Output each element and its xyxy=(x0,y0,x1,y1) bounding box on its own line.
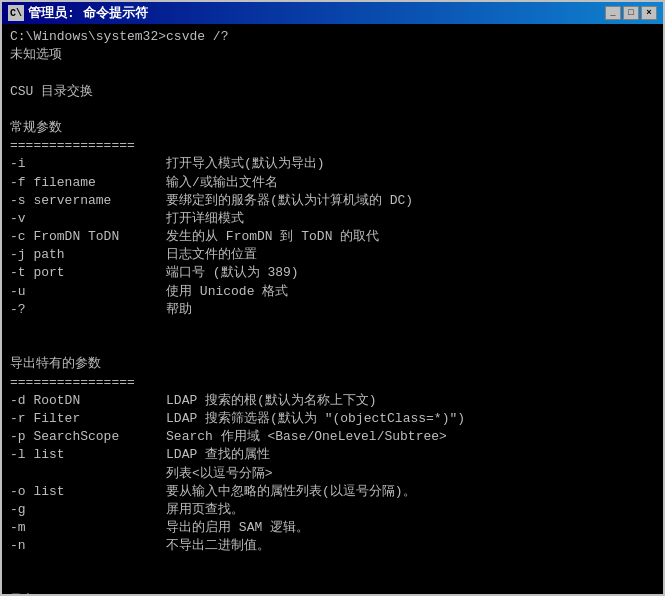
window-title: 管理员: 命令提示符 xyxy=(28,4,148,22)
terminal-line: -s servername 要绑定到的服务器(默认为计算机域的 DC) xyxy=(10,192,655,210)
terminal-line: 未知选项 xyxy=(10,46,655,64)
terminal-line: -r Filter LDAP 搜索筛选器(默认为 "(objectClass=*… xyxy=(10,410,655,428)
terminal-line: -j path 日志文件的位置 xyxy=(10,246,655,264)
cmd-window: C\ 管理员: 命令提示符 _ □ × C:\Windows\system32>… xyxy=(0,0,665,596)
title-bar: C\ 管理员: 命令提示符 _ □ × xyxy=(2,2,663,24)
terminal-line: -c FromDN ToDN 发生的从 FromDN 到 ToDN 的取代 xyxy=(10,228,655,246)
terminal-line: -m 导出的启用 SAM 逻辑。 xyxy=(10,519,655,537)
minimize-button[interactable]: _ xyxy=(605,6,621,20)
terminal-line: C:\Windows\system32>csvde /? xyxy=(10,28,655,46)
terminal-line: -o list 要从输入中忽略的属性列表(以逗号分隔)。 xyxy=(10,483,655,501)
title-bar-left: C\ 管理员: 命令提示符 xyxy=(8,4,148,22)
terminal-line: -p SearchScope Search 作用域 <Base/OneLevel… xyxy=(10,428,655,446)
terminal-line xyxy=(10,337,655,355)
terminal-line: ================ xyxy=(10,374,655,392)
close-button[interactable]: × xyxy=(641,6,657,20)
terminal-line xyxy=(10,319,655,337)
terminal-line xyxy=(10,64,655,82)
title-bar-buttons: _ □ × xyxy=(605,6,657,20)
terminal-line: -n 不导出二进制值。 xyxy=(10,537,655,555)
terminal-line: 列表<以逗号分隔> xyxy=(10,465,655,483)
terminal-line: 常规参数 xyxy=(10,119,655,137)
window-icon: C\ xyxy=(8,5,24,21)
terminal-line xyxy=(10,101,655,119)
terminal-line: -d RootDN LDAP 搜索的根(默认为名称上下文) xyxy=(10,392,655,410)
terminal-line: -l list LDAP 查找的属性 xyxy=(10,446,655,464)
terminal-line: -? 帮助 xyxy=(10,301,655,319)
terminal-line: -t port 端口号 (默认为 389) xyxy=(10,264,655,282)
terminal-content[interactable]: C:\Windows\system32>csvde /?未知选项CSU 目录交换… xyxy=(2,24,663,594)
terminal-line xyxy=(10,574,655,592)
terminal-line: -g 屏用页查找。 xyxy=(10,501,655,519)
terminal-line: -v 打开详细模式 xyxy=(10,210,655,228)
terminal-line: -f filename 输入/或输出文件名 xyxy=(10,174,655,192)
terminal-line: CSU 目录交换 xyxy=(10,83,655,101)
terminal-line: 导入 xyxy=(10,592,655,594)
terminal-line: ================ xyxy=(10,137,655,155)
terminal-line: -i 打开导入模式(默认为导出) xyxy=(10,155,655,173)
terminal-line xyxy=(10,555,655,573)
terminal-line: 导出特有的参数 xyxy=(10,355,655,373)
maximize-button[interactable]: □ xyxy=(623,6,639,20)
terminal-line: -u 使用 Unicode 格式 xyxy=(10,283,655,301)
